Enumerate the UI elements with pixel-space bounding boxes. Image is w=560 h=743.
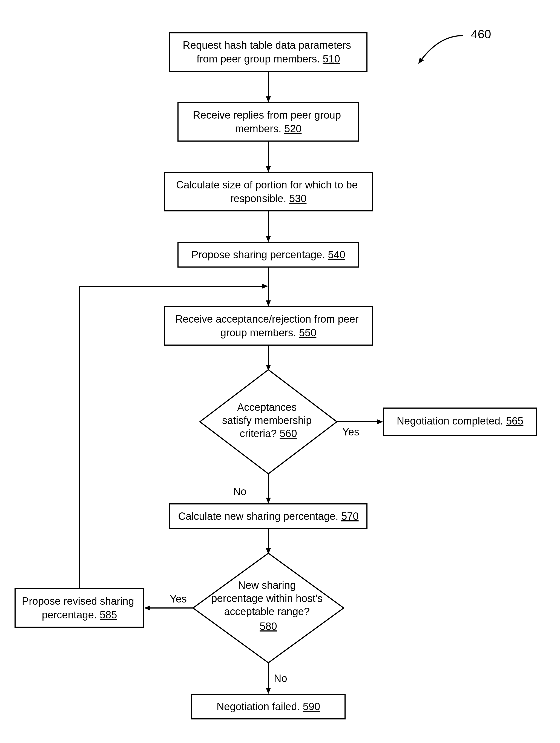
node-590-ref: 590 bbox=[303, 701, 320, 712]
node-560-line3: criteria? bbox=[240, 428, 276, 439]
node-540-ref: 540 bbox=[328, 249, 345, 260]
node-585-ref: 585 bbox=[100, 609, 117, 621]
node-520-line2: members. bbox=[235, 123, 282, 134]
node-560-ref: 560 bbox=[279, 428, 297, 439]
node-560: Acceptances satisfy membership criteria?… bbox=[200, 370, 337, 474]
node-580: New sharing percentage within host's acc… bbox=[193, 553, 344, 663]
node-565: Negotiation completed. 565 bbox=[383, 408, 537, 435]
node-590-text: Negotiation failed. bbox=[217, 701, 300, 712]
figure-reference-pointer: 460 bbox=[419, 28, 491, 63]
node-580-line2: percentage within host's bbox=[211, 593, 322, 604]
node-520-ref: 520 bbox=[284, 123, 301, 134]
node-560-line2: satisfy membership bbox=[222, 414, 312, 426]
svg-rect-6 bbox=[164, 173, 373, 211]
node-585: Propose revised sharing percentage. 585 bbox=[15, 589, 144, 627]
node-580-line1: New sharing bbox=[238, 579, 296, 591]
edge-560-yes-label: Yes bbox=[342, 426, 359, 438]
svg-text:Negotiation completed. 565: Negotiation completed. 565 bbox=[397, 415, 524, 427]
svg-rect-20 bbox=[15, 589, 144, 627]
svg-rect-10 bbox=[164, 307, 373, 345]
node-565-text: Negotiation completed. bbox=[397, 415, 503, 427]
node-585-line1: Propose revised sharing bbox=[22, 596, 134, 607]
node-585-line2: percentage. bbox=[42, 609, 97, 621]
node-530-line1: Calculate size of portion for which to b… bbox=[176, 179, 358, 190]
figure-reference-label: 460 bbox=[471, 28, 491, 41]
svg-text:Propose sharing percentage. 54: Propose sharing percentage. 540 bbox=[191, 249, 345, 260]
svg-rect-2 bbox=[170, 33, 367, 71]
svg-text:Calculate new sharing percenta: Calculate new sharing percentage. 570 bbox=[178, 511, 358, 522]
node-570-text: Calculate new sharing percentage. bbox=[178, 511, 338, 522]
node-510-ref: 510 bbox=[323, 53, 340, 64]
node-530-line2: responsible. bbox=[230, 193, 287, 204]
svg-rect-4 bbox=[178, 103, 359, 141]
node-580-line3: acceptable range? bbox=[224, 606, 310, 617]
node-550-line2: group members. bbox=[220, 327, 296, 339]
node-580-ref: 580 bbox=[260, 621, 277, 632]
node-540: Propose sharing percentage. 540 bbox=[178, 243, 359, 267]
node-510-line2: from peer group members. bbox=[197, 53, 320, 64]
node-570: Calculate new sharing percentage. 570 bbox=[170, 504, 367, 529]
node-520-line1: Receive replies from peer group bbox=[193, 109, 341, 121]
edge-580-no-label: No bbox=[274, 672, 287, 684]
node-550-ref: 550 bbox=[299, 327, 316, 339]
node-540-text: Propose sharing percentage. bbox=[191, 249, 325, 260]
svg-text:Negotiation failed. 590: Negotiation failed. 590 bbox=[217, 701, 320, 712]
node-570-ref: 570 bbox=[341, 511, 358, 522]
node-550-line1: Receive acceptance/rejection from peer bbox=[175, 313, 359, 325]
node-550: Receive acceptance/rejection from peer g… bbox=[164, 307, 373, 345]
node-565-ref: 565 bbox=[506, 415, 523, 427]
node-510: Request hash table data parameters from … bbox=[170, 33, 367, 71]
node-530-ref: 530 bbox=[289, 193, 306, 204]
node-510-line1: Request hash table data parameters bbox=[183, 39, 351, 51]
node-560-line1: Acceptances bbox=[237, 401, 297, 413]
flowchart: 460 Request hash table data parameters f… bbox=[0, 0, 560, 743]
edge-580-yes-label: Yes bbox=[170, 593, 187, 605]
node-530: Calculate size of portion for which to b… bbox=[164, 173, 373, 211]
node-520: Receive replies from peer group members.… bbox=[178, 103, 359, 141]
edge-560-no-label: No bbox=[233, 486, 247, 497]
node-590: Negotiation failed. 590 bbox=[192, 694, 345, 719]
